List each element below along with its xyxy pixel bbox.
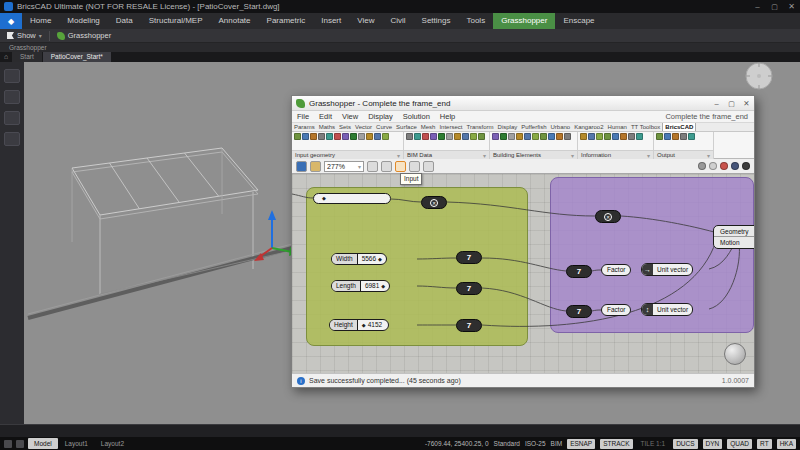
- slider-height[interactable]: Height4152: [329, 319, 389, 331]
- component-icon[interactable]: [358, 133, 365, 140]
- gh-tab-bricscad[interactable]: BricsCAD: [662, 123, 696, 131]
- ribbon-group-dropdown[interactable]: BIM Data: [404, 150, 489, 159]
- component-icon[interactable]: [302, 133, 309, 140]
- component-icon[interactable]: [318, 133, 325, 140]
- component-icon[interactable]: [294, 133, 301, 140]
- gh-tab-kangaroo2[interactable]: Kangaroo2: [572, 123, 605, 131]
- grasshopper-button[interactable]: Grasshopper: [50, 29, 118, 42]
- display-box-icon[interactable]: [731, 162, 739, 170]
- component-icon[interactable]: [656, 133, 663, 140]
- component-icon[interactable]: [470, 133, 477, 140]
- toggle-rt[interactable]: RT: [757, 439, 772, 449]
- slider-length[interactable]: Length6981: [331, 280, 390, 292]
- component-icon[interactable]: [342, 133, 349, 140]
- gh-maximize-button[interactable]: [724, 96, 739, 111]
- component-icon[interactable]: [688, 133, 695, 140]
- slider-value[interactable]: 4152: [358, 320, 388, 330]
- ribbon-tab-enscape[interactable]: Enscape: [555, 13, 602, 29]
- slider-value[interactable]: 6981: [361, 281, 389, 291]
- layers-icon[interactable]: [4, 90, 20, 104]
- component-icon[interactable]: [672, 133, 679, 140]
- sketch-tool-icon[interactable]: [367, 161, 378, 172]
- gh-tab-maths[interactable]: Maths: [317, 123, 337, 131]
- command-line[interactable]: [0, 424, 800, 437]
- zoom-select[interactable]: 277%: [324, 161, 364, 172]
- gh-tab-sets[interactable]: Sets: [337, 123, 353, 131]
- component-icon[interactable]: [664, 133, 671, 140]
- properties-icon[interactable]: [4, 111, 20, 125]
- unit-vector-component[interactable]: ↕Unit vector: [641, 303, 693, 316]
- component-icon[interactable]: [462, 133, 469, 140]
- mini-slider-component[interactable]: [313, 193, 391, 204]
- application-menu-button[interactable]: [0, 13, 22, 29]
- ribbon-tab-settings[interactable]: Settings: [414, 13, 459, 29]
- component-icon[interactable]: [680, 133, 687, 140]
- open-folder-icon[interactable]: [310, 161, 321, 172]
- toggle-hka[interactable]: HKA: [777, 439, 796, 449]
- number-component[interactable]: 7: [456, 282, 482, 295]
- number-component[interactable]: 7: [456, 251, 482, 264]
- toggle-dyn[interactable]: DYN: [703, 439, 723, 449]
- gh-tab-display[interactable]: Display: [496, 123, 520, 131]
- component-icon[interactable]: [596, 133, 603, 140]
- gh-close-button[interactable]: [739, 96, 754, 111]
- gh-tab-urbano[interactable]: Urbano: [549, 123, 573, 131]
- component-icon[interactable]: [548, 133, 555, 140]
- close-button[interactable]: [783, 0, 800, 13]
- unit-vector-component[interactable]: →Unit vector: [641, 263, 693, 276]
- ribbon-tab-insert[interactable]: Insert: [313, 13, 349, 29]
- component-icon[interactable]: [374, 133, 381, 140]
- factor-param[interactable]: Factor: [601, 264, 631, 276]
- gh-tab-tt-toolbox[interactable]: TT Toolbox: [629, 123, 662, 131]
- display-shaded-icon[interactable]: [709, 162, 717, 170]
- component-icon[interactable]: [516, 133, 523, 140]
- component-icon[interactable]: [414, 133, 421, 140]
- doc-tab-patiocover-start[interactable]: PatioCover_Start*: [43, 52, 111, 62]
- component-icon[interactable]: [406, 133, 413, 140]
- doc-tab-start[interactable]: Start: [12, 52, 42, 62]
- component-icon[interactable]: [588, 133, 595, 140]
- component-icon[interactable]: [532, 133, 539, 140]
- gh-tab-transform[interactable]: Transform: [464, 123, 495, 131]
- number-component[interactable]: 7: [566, 305, 592, 318]
- number-component[interactable]: 7: [456, 319, 482, 332]
- display-cone-icon[interactable]: [720, 162, 728, 170]
- component-icon[interactable]: [564, 133, 571, 140]
- menu-help[interactable]: Help: [435, 111, 460, 123]
- ribbon-tab-view[interactable]: View: [349, 13, 382, 29]
- tab-layout1[interactable]: Layout1: [59, 438, 94, 449]
- gh-tab-curve[interactable]: Curve: [374, 123, 394, 131]
- move-input-geometry[interactable]: Geometry: [714, 226, 754, 237]
- display-dark-icon[interactable]: [742, 162, 750, 170]
- component-icon[interactable]: [382, 133, 389, 140]
- home-icon[interactable]: [0, 52, 12, 62]
- component-icon[interactable]: [508, 133, 515, 140]
- component-icon[interactable]: [556, 133, 563, 140]
- focus-tool-icon[interactable]: [381, 161, 392, 172]
- toggle-esnap[interactable]: ESNAP: [567, 439, 595, 449]
- input-tool-icon[interactable]: [395, 161, 406, 172]
- status-field-standard[interactable]: Standard: [494, 440, 520, 447]
- menu-view[interactable]: View: [337, 111, 363, 123]
- ribbon-tab-tools[interactable]: Tools: [458, 13, 493, 29]
- tab-model[interactable]: Model: [28, 438, 58, 449]
- ribbon-group-dropdown[interactable]: Input geometry: [292, 150, 403, 159]
- tool-palette-icon[interactable]: [4, 69, 20, 83]
- multiply-component[interactable]: ✕: [421, 196, 447, 209]
- gh-tab-params[interactable]: Params: [292, 123, 317, 131]
- gh-tab-intersect[interactable]: Intersect: [437, 123, 464, 131]
- menu-display[interactable]: Display: [363, 111, 398, 123]
- wireframe-eye-icon[interactable]: [423, 161, 434, 172]
- ribbon-tab-parametric[interactable]: Parametric: [259, 13, 314, 29]
- component-icon[interactable]: [430, 133, 437, 140]
- gh-tab-human[interactable]: Human: [606, 123, 629, 131]
- canvas-navigation-ball[interactable]: [724, 343, 746, 365]
- gh-tab-mesh[interactable]: Mesh: [419, 123, 438, 131]
- component-icon[interactable]: [438, 133, 445, 140]
- component-icon[interactable]: [500, 133, 507, 140]
- component-icon[interactable]: [366, 133, 373, 140]
- menu-file[interactable]: File: [292, 111, 314, 123]
- toggle-ducs[interactable]: DUCS: [673, 439, 697, 449]
- layout-icon[interactable]: [16, 440, 24, 448]
- component-icon[interactable]: [454, 133, 461, 140]
